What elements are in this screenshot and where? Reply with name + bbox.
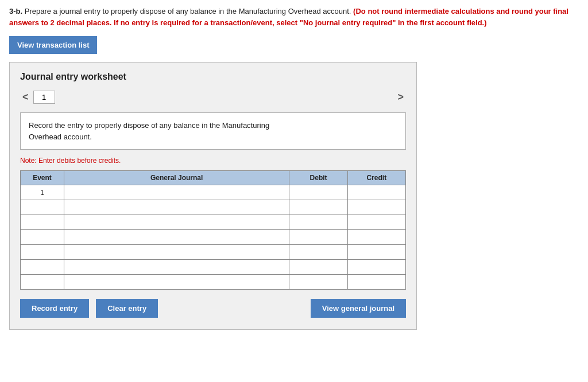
cell-credit[interactable] (347, 260, 405, 275)
journal-input[interactable] (67, 261, 287, 274)
cell-general-journal[interactable] (64, 245, 289, 260)
table-row (21, 260, 406, 275)
cell-event (21, 230, 64, 245)
cell-event (21, 215, 64, 230)
prev-page-button[interactable]: < (20, 90, 31, 104)
debit-input[interactable] (292, 261, 345, 274)
cell-general-journal[interactable] (64, 215, 289, 230)
record-entry-button[interactable]: Record entry (20, 299, 89, 318)
journal-table: Event General Journal Debit Credit 1 (20, 170, 406, 290)
credit-input[interactable] (350, 276, 403, 289)
action-row: Record entry Clear entry View general jo… (20, 299, 406, 318)
debit-input[interactable] (292, 216, 345, 229)
page-number-input[interactable] (33, 91, 55, 104)
cell-debit[interactable] (289, 200, 347, 215)
table-row (21, 215, 406, 230)
debit-input[interactable] (292, 276, 345, 289)
description-text: Record the entry to properly dispose of … (29, 121, 269, 141)
cell-event (21, 245, 64, 260)
cell-credit[interactable] (347, 185, 405, 200)
cell-general-journal[interactable] (64, 275, 289, 290)
cell-credit[interactable] (347, 275, 405, 290)
table-row (21, 275, 406, 290)
note-text: Note: Enter debits before credits. (20, 157, 406, 165)
problem-prefix: 3-b. (9, 7, 22, 15)
journal-input[interactable] (67, 186, 287, 199)
debit-input[interactable] (292, 201, 345, 214)
cell-general-journal[interactable] (64, 185, 289, 200)
problem-text: 3-b. Prepare a journal entry to properly… (9, 6, 579, 28)
cell-credit[interactable] (347, 230, 405, 245)
cell-credit[interactable] (347, 245, 405, 260)
credit-input[interactable] (350, 201, 403, 214)
journal-input[interactable] (67, 201, 287, 214)
cell-general-journal[interactable] (64, 200, 289, 215)
worksheet-container: Journal entry worksheet < > Record the e… (9, 62, 417, 330)
credit-input[interactable] (350, 216, 403, 229)
debit-input[interactable] (292, 231, 345, 244)
journal-input[interactable] (67, 216, 287, 229)
table-row (21, 200, 406, 215)
clear-entry-button[interactable]: Clear entry (96, 299, 158, 318)
debit-input[interactable] (292, 186, 345, 199)
header-credit: Credit (347, 171, 405, 185)
credit-input[interactable] (350, 231, 403, 244)
view-transaction-button[interactable]: View transaction list (9, 36, 97, 54)
table-row (21, 245, 406, 260)
table-row: 1 (21, 185, 406, 200)
debit-input[interactable] (292, 246, 345, 259)
journal-input[interactable] (67, 276, 287, 289)
next-page-button[interactable]: > (395, 90, 406, 104)
cell-event (21, 260, 64, 275)
header-event: Event (21, 171, 64, 185)
cell-general-journal[interactable] (64, 260, 289, 275)
header-general-journal: General Journal (64, 171, 289, 185)
cell-debit[interactable] (289, 245, 347, 260)
cell-debit[interactable] (289, 260, 347, 275)
cell-general-journal[interactable] (64, 230, 289, 245)
credit-input[interactable] (350, 246, 403, 259)
cell-event (21, 275, 64, 290)
cell-credit[interactable] (347, 200, 405, 215)
cell-event: 1 (21, 185, 64, 200)
cell-debit[interactable] (289, 275, 347, 290)
description-box: Record the entry to properly dispose of … (20, 112, 406, 150)
nav-row: < > (20, 90, 406, 104)
cell-debit[interactable] (289, 185, 347, 200)
header-debit: Debit (289, 171, 347, 185)
problem-body: Prepare a journal entry to properly disp… (25, 7, 351, 15)
view-general-journal-button[interactable]: View general journal (311, 299, 406, 318)
credit-input[interactable] (350, 261, 403, 274)
credit-input[interactable] (350, 186, 403, 199)
journal-input[interactable] (67, 246, 287, 259)
cell-event (21, 200, 64, 215)
cell-debit[interactable] (289, 230, 347, 245)
journal-input[interactable] (67, 231, 287, 244)
table-row (21, 230, 406, 245)
cell-credit[interactable] (347, 215, 405, 230)
cell-debit[interactable] (289, 215, 347, 230)
worksheet-title: Journal entry worksheet (20, 72, 406, 82)
